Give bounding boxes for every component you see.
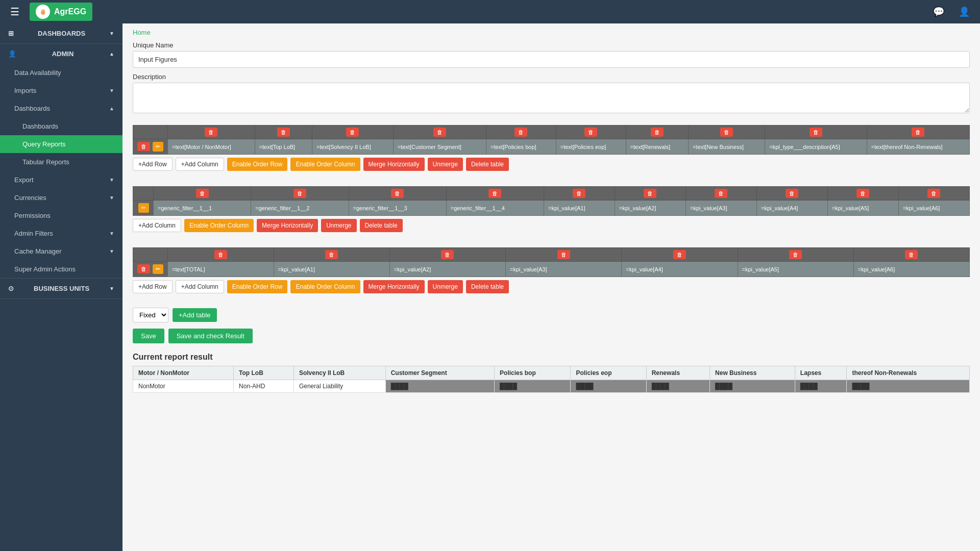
table2-enable-order-column-button[interactable]: Enable Order Column [184, 219, 254, 232]
sidebar-item-cache-manager[interactable]: Cache Manager ▼ [0, 242, 122, 260]
table1-delete-table-button[interactable]: Delete table [466, 158, 509, 171]
delete-col-t1-1[interactable]: 🗑 [205, 128, 217, 137]
sidebar-dashboards-label: DASHBOARDS [38, 30, 85, 37]
delete-col-t3-6[interactable]: 🗑 [789, 250, 802, 259]
delete-row-t3[interactable]: 🗑 [137, 264, 150, 273]
delete-col-t3-5[interactable]: 🗑 [673, 250, 686, 259]
delete-col-t3-7[interactable]: 🗑 [905, 250, 918, 259]
delete-col-t2-8[interactable]: 🗑 [786, 189, 798, 198]
result-col-new-business: New Business [710, 366, 795, 380]
delete-col-t1-9[interactable]: 🗑 [810, 128, 822, 137]
edit-row-t1[interactable]: ✏ [153, 142, 163, 152]
save-check-result-button[interactable]: Save and check Result [168, 329, 253, 343]
delete-col-t1-2[interactable]: 🗑 [277, 128, 290, 137]
table3-cell4: =kpi_value[A3] [506, 262, 622, 277]
table2-delete-table-button[interactable]: Delete table [360, 219, 403, 232]
add-table-button[interactable]: +Add table [173, 308, 217, 322]
delete-row-t1[interactable]: 🗑 [137, 142, 150, 151]
delete-col-t3-4[interactable]: 🗑 [557, 250, 570, 259]
sidebar-item-permissions[interactable]: Permissions [0, 207, 122, 224]
table1-add-row-button[interactable]: +Add Row [133, 158, 173, 171]
edit-row-t3[interactable]: ✏ [153, 264, 163, 274]
sidebar-header-admin[interactable]: 👤 ADMIN ▲ [0, 44, 122, 64]
sidebar-header-dashboards[interactable]: ⊞ DASHBOARDS ▼ [0, 23, 122, 43]
result-cell-motor: NonMotor [133, 380, 234, 393]
fixed-select[interactable]: Fixed [133, 308, 168, 322]
edit-row-t2[interactable]: ✏ [138, 203, 149, 213]
table2-unmerge-button[interactable]: Unmerge [321, 219, 356, 232]
table2-h10: 🗑 [898, 187, 969, 201]
business-units-label: BUSINESS UNITS [34, 285, 89, 292]
form-section: Unique Name [122, 41, 980, 73]
delete-col-t1-10[interactable]: 🗑 [912, 128, 924, 137]
table3-enable-order-column-button[interactable]: Enable Order Column [290, 280, 360, 293]
result-table: Motor / NonMotor Top LoB Solvency II LoB… [133, 366, 970, 393]
delete-col-t1-7[interactable]: 🗑 [651, 128, 664, 137]
sidebar: ⊞ DASHBOARDS ▼ 👤 ADMIN ▲ Data Availabili… [0, 23, 122, 551]
table1-unmerge-button[interactable]: Unmerge [428, 158, 463, 171]
delete-col-t1-5[interactable]: 🗑 [514, 128, 527, 137]
delete-col-t2-3[interactable]: 🗑 [391, 189, 404, 198]
delete-col-t1-3[interactable]: 🗑 [346, 128, 359, 137]
table1-merge-horizontally-button[interactable]: Merge Horizontally [363, 158, 425, 171]
sidebar-item-tabular-reports[interactable]: Tabular Reports [0, 153, 122, 171]
table2-h3: 🗑 [349, 187, 446, 201]
delete-col-t2-6[interactable]: 🗑 [644, 189, 656, 198]
save-button[interactable]: Save [133, 329, 164, 343]
delete-col-t2-5[interactable]: 🗑 [573, 189, 585, 198]
result-col-toplob: Top LoB [234, 366, 294, 380]
delete-col-t2-10[interactable]: 🗑 [927, 189, 940, 198]
description-section: Description [122, 73, 980, 120]
table1-h7: 🗑 [626, 126, 689, 139]
sidebar-item-dashboards-sub[interactable]: Dashboards [0, 117, 122, 135]
table3-h3: 🗑 [389, 248, 505, 262]
table3-enable-order-row-button[interactable]: Enable Order Row [227, 280, 288, 293]
table3-unmerge-button[interactable]: Unmerge [428, 280, 463, 293]
table3-h5: 🗑 [622, 248, 738, 262]
delete-col-t3-1[interactable]: 🗑 [214, 250, 227, 259]
delete-col-t2-7[interactable]: 🗑 [715, 189, 727, 198]
sidebar-item-export[interactable]: Export ▼ [0, 171, 122, 189]
table3-delete-table-button[interactable]: Delete table [466, 280, 509, 293]
table2-merge-horizontally-button[interactable]: Merge Horizontally [257, 219, 318, 232]
table1-enable-order-row-button[interactable]: Enable Order Row [227, 158, 288, 171]
delete-col-t2-2[interactable]: 🗑 [293, 189, 306, 198]
tabular-reports-label: Tabular Reports [22, 158, 69, 166]
table3-data-row: 🗑 ✏ =text[TOTAL] =kpi_value[A1] =kpi_val… [133, 262, 970, 277]
description-input[interactable] [133, 83, 970, 113]
admin-icon: 👤 [8, 50, 16, 58]
result-cell-customer: ████ [385, 380, 494, 393]
result-cell-policies-bop: ████ [495, 380, 571, 393]
table3-add-column-button[interactable]: +Add Column [176, 280, 224, 293]
sidebar-item-query-reports[interactable]: Query Reports [0, 135, 122, 153]
table2-cell10: =kpi_value[A6] [898, 201, 969, 216]
user-button[interactable]: 👤 [954, 4, 974, 19]
delete-col-t2-1[interactable]: 🗑 [196, 189, 209, 198]
sidebar-item-dashboards-parent[interactable]: Dashboards ▲ [0, 99, 122, 117]
chat-button[interactable]: 💬 [929, 4, 948, 19]
table3-merge-horizontally-button[interactable]: Merge Horizontally [363, 280, 425, 293]
delete-col-t1-8[interactable]: 🗑 [720, 128, 733, 137]
delete-col-t3-3[interactable]: 🗑 [441, 250, 454, 259]
delete-col-t1-6[interactable]: 🗑 [584, 128, 597, 137]
sidebar-item-super-admin[interactable]: Super Admin Actions [0, 260, 122, 278]
hamburger-button[interactable]: ☰ [6, 4, 23, 20]
sidebar-item-imports[interactable]: Imports ▼ [0, 82, 122, 99]
table3-add-row-button[interactable]: +Add Row [133, 280, 173, 293]
table2-add-column-button[interactable]: +Add Column [133, 219, 181, 232]
table1-enable-order-column-button[interactable]: Enable Order Column [290, 158, 360, 171]
delete-col-t2-9[interactable]: 🗑 [856, 189, 869, 198]
breadcrumb[interactable]: Home [122, 23, 980, 41]
unique-name-input[interactable] [133, 51, 970, 68]
sidebar-item-data-availability[interactable]: Data Availability [0, 64, 122, 82]
table1-h10: 🗑 [867, 126, 969, 139]
table1-add-column-button[interactable]: +Add Column [176, 158, 224, 171]
sidebar-header-business-units[interactable]: ⊙ BUSINESS UNITS ▼ [0, 279, 122, 298]
delete-col-t2-4[interactable]: 🗑 [488, 189, 501, 198]
sidebar-item-currencies[interactable]: Currencies ▼ [0, 189, 122, 207]
sidebar-item-admin-filters[interactable]: Admin Filters ▼ [0, 224, 122, 242]
dashboards-parent-label: Dashboards [14, 105, 50, 112]
result-col-policies-eop: Policies eop [571, 366, 646, 380]
delete-col-t3-2[interactable]: 🗑 [325, 250, 338, 259]
delete-col-t1-4[interactable]: 🗑 [433, 128, 446, 137]
